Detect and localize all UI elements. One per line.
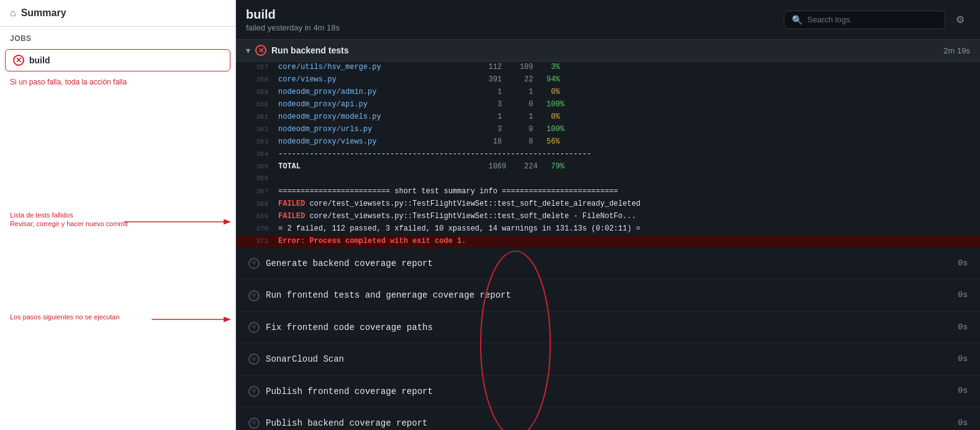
step-row[interactable]: ⊘ Run frontend tests and generage covera… — [236, 280, 980, 311]
build-subtitle: failed yesterday in 4m 18s — [246, 23, 340, 32]
step-name: SonarCloud Scan — [266, 352, 344, 366]
step-duration: 0s — [958, 385, 968, 398]
step-left: ⊘ Publish frontend coverage report — [248, 385, 433, 398]
log-area[interactable]: 357 core/utils/hsv_merge.py 112 109 3% 3… — [236, 62, 980, 430]
step-name: Fix frontend code coverage paths — [266, 321, 433, 334]
settings-button[interactable]: ⚙ — [950, 10, 970, 30]
skip-icon: ⊘ — [248, 354, 260, 365]
build-title: build — [246, 7, 340, 22]
step-row[interactable]: ⊘ Fix frontend code coverage paths 0s — [236, 312, 980, 344]
log-line: 363 nodeodm_proxy/views.py 18 8 56% — [236, 136, 980, 149]
search-icon: 🔍 — [792, 15, 802, 25]
step-name: Run frontend tests and generage coverage… — [266, 288, 511, 302]
skip-icon: ⊘ — [248, 386, 260, 397]
log-line: 366 — [236, 173, 980, 186]
section-title: Run backend tests — [271, 45, 348, 55]
sidebar-title: Summary — [21, 7, 66, 19]
search-logs-box[interactable]: 🔍 — [784, 11, 945, 29]
step-left: ⊘ Generate backend coverage report — [248, 257, 433, 270]
step-row[interactable]: ⊘ Publish frontend coverage report 0s — [236, 376, 980, 408]
log-line: 360 nodeodm_proxy/api.py 3 0 100% — [236, 99, 980, 111]
annotation-next-label: Los pasos siguientes no se ejecutan — [10, 313, 120, 321]
log-line: 364 ------------------------------------… — [236, 149, 980, 161]
log-line: 368 FAILED core/test_viewsets.py::TestFl… — [236, 198, 980, 211]
search-input[interactable] — [807, 15, 937, 24]
step-row[interactable]: ⊘ Generate backend coverage report 0s — [236, 248, 980, 280]
step-name: Publish backend coverage report — [266, 416, 427, 430]
log-line: 362 nodeodm_proxy/urls.py 3 0 100% — [236, 124, 980, 136]
annotation-tests-line1: Lista de tests fallidos — [10, 211, 73, 219]
step-name: Generate backend coverage report — [266, 257, 433, 270]
log-line: 369 FAILED core/test_viewsets.py::TestFl… — [236, 211, 980, 223]
step-name: Publish frontend coverage report — [266, 385, 433, 398]
step-left: ⊘ Run frontend tests and generage covera… — [248, 288, 511, 302]
collapse-button[interactable]: ▾ — [246, 45, 250, 55]
log-line: 358 core/views.py 391 22 94% — [236, 74, 980, 86]
log-line: 365 TOTAL 1069 224 79% — [236, 161, 980, 173]
topbar: build failed yesterday in 4m 18s 🔍 ⚙ — [236, 0, 980, 40]
failed-annotation: Si un paso falla, toda la acción falla — [0, 74, 235, 90]
log-line: 359 nodeodm_proxy/admin.py 1 1 0% — [236, 86, 980, 99]
skip-icon: ⊘ — [248, 258, 260, 269]
skip-icon: ⊘ — [248, 322, 260, 333]
build-job-label: build — [29, 55, 50, 65]
step-left: ⊘ Publish backend coverage report — [248, 416, 427, 430]
build-job-item[interactable]: ✕ build — [5, 49, 230, 71]
log-line: 361 nodeodm_proxy/models.py 1 1 0% — [236, 111, 980, 124]
topbar-right: 🔍 ⚙ — [784, 10, 970, 30]
step-row[interactable]: ⊘ Publish backend coverage report 0s — [236, 408, 980, 430]
annotation-tests-line2: Revisar, corregir y hacer nuevo commit — [10, 220, 128, 227]
home-icon: ⌂ — [10, 7, 16, 19]
gear-icon: ⚙ — [956, 14, 964, 25]
log-line: 367 ========================= short test… — [236, 186, 980, 198]
section-duration: 2m 19s — [943, 46, 970, 55]
jobs-section-label: Jobs — [0, 27, 235, 47]
step-left: ⊘ SonarCloud Scan — [248, 352, 344, 366]
log-line-error: 371 Error: Process completed with exit c… — [236, 236, 980, 248]
step-left: ⊘ Fix frontend code coverage paths — [248, 321, 433, 334]
main-content: build failed yesterday in 4m 18s 🔍 ⚙ ▾ ✕… — [236, 0, 980, 430]
step-duration: 0s — [958, 417, 968, 430]
step-row[interactable]: ⊘ SonarCloud Scan 0s — [236, 344, 980, 375]
log-line: 370 = 2 failed, 112 passed, 3 xfailed, 1… — [236, 223, 980, 236]
step-duration: 0s — [958, 353, 968, 366]
step-duration: 0s — [958, 321, 968, 334]
topbar-left: build failed yesterday in 4m 18s — [246, 7, 340, 32]
step-duration: 0s — [958, 257, 968, 270]
section-header-left: ▾ ✕ Run backend tests — [246, 45, 348, 56]
job-section-header[interactable]: ▾ ✕ Run backend tests 2m 19s — [236, 40, 980, 62]
step-duration: 0s — [958, 289, 968, 302]
sidebar-header: ⌂ Summary — [0, 0, 235, 27]
sidebar: ⌂ Summary Jobs ✕ build Si un paso falla,… — [0, 0, 236, 430]
log-line: 357 core/utils/hsv_merge.py 112 109 3% — [236, 62, 980, 74]
skipped-steps-container: ⊘ Generate backend coverage report 0s ⊘ … — [236, 248, 980, 430]
section-error-icon: ✕ — [255, 45, 266, 56]
skip-icon: ⊘ — [248, 418, 260, 429]
skip-icon: ⊘ — [248, 290, 260, 301]
job-error-icon: ✕ — [13, 55, 24, 66]
